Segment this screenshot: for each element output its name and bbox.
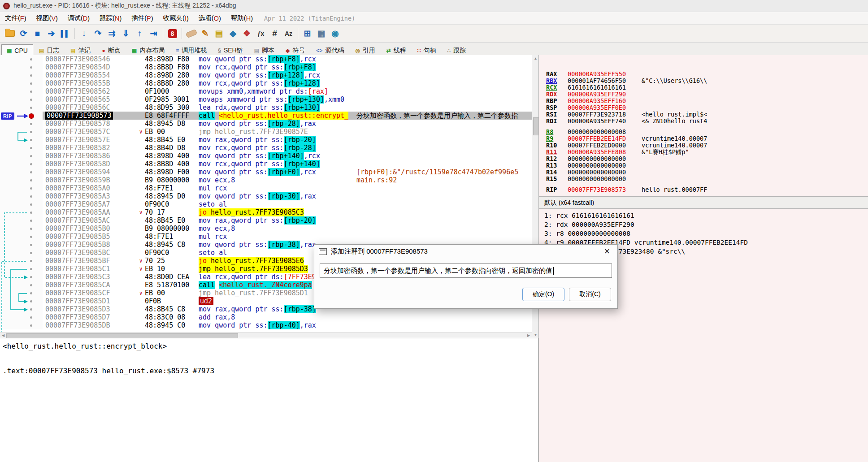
tab-symbols[interactable]: ◆符号 [280, 44, 310, 56]
gutter-dot[interactable] [0, 63, 43, 71]
comment-input[interactable]: 分块加密函数，第一个参数是用户输入，第二个参数指向密钥，返回加密的值 [320, 263, 612, 278]
comment-icon[interactable]: ✎ [198, 27, 212, 40]
register-row-r11[interactable]: R11000000A935EFE808&"L赛H桂$P鳝p" [539, 149, 868, 155]
gutter-dot[interactable] [0, 249, 43, 257]
patch-icon[interactable] [184, 27, 198, 40]
disasm-row[interactable]: 00007FF73E90858248:8B4D D8mov rcx,qword … [0, 144, 532, 152]
favourites-icon[interactable]: ❖ [240, 27, 254, 40]
register-row-rbx[interactable]: RBX000001AF74656F50&"C:\\Users\\G16\\ [539, 78, 868, 84]
gutter-dot[interactable] [0, 208, 43, 216]
tab-breakpoints[interactable]: ●断点 [97, 44, 126, 56]
disasm-row[interactable]: 00007FF73E90855B48:8B8D 280mov rcx,qword… [0, 79, 532, 87]
run-to-cursor-icon[interactable]: ⇥ [147, 27, 161, 40]
step-into-icon[interactable]: ↓ [77, 27, 91, 40]
register-row-r13[interactable]: R130000000000000000 [539, 162, 868, 169]
pause-icon[interactable]: ▌▌ [58, 27, 72, 40]
tab-memory-map[interactable]: ▦内存布局 [126, 44, 170, 56]
gutter-dot[interactable] [0, 281, 43, 289]
functions-icon[interactable]: ƒx [254, 27, 268, 40]
gutter-dot[interactable] [0, 168, 43, 176]
disasm-row[interactable]: 00007FF73E908573E8 68F4FFFFcall <hello_r… [0, 112, 532, 120]
menu-favourites[interactable]: 收藏夹(I) [158, 12, 194, 24]
gutter-dot[interactable] [0, 55, 43, 63]
menu-debug[interactable]: 调试(D) [63, 12, 95, 24]
step-over-icon[interactable]: ↷ [91, 27, 105, 40]
register-row-r10[interactable]: R1000007FFEB2ED0000vcruntime140.00007 [539, 142, 868, 149]
scylla-icon[interactable]: 8 [165, 27, 179, 40]
argument-row[interactable]: 2: rdx 000000A935EFF290 [539, 220, 868, 229]
gutter-dot[interactable] [0, 233, 43, 241]
preferences-icon[interactable]: ⊞ [300, 27, 314, 40]
disasm-row[interactable]: 00007FF73E90856C48:8D95 300lea rdx,qword… [0, 104, 532, 112]
register-row-r12[interactable]: R120000000000000000 [539, 155, 868, 162]
gutter-dot[interactable] [0, 71, 43, 79]
help-icon[interactable]: ◉ [328, 27, 342, 40]
open-file-icon[interactable] [3, 27, 17, 40]
restart-icon[interactable]: ⟳ [17, 27, 30, 40]
disasm-row[interactable]: 00007FF73E90857848:8945 D8mov qword ptr … [0, 120, 532, 128]
disasm-row[interactable]: 00007FF73E90854648:898D F80mov qword ptr… [0, 55, 532, 63]
gutter-dot[interactable] [0, 120, 43, 128]
gutter-dot[interactable] [0, 192, 43, 200]
menu-view[interactable]: 视图(V) [31, 12, 63, 24]
run-icon[interactable]: ➔ [44, 27, 58, 40]
disasm-horizontal-scrollbar[interactable]: ◀ ▶ [0, 332, 532, 338]
notes-icon[interactable]: ▤ [212, 27, 226, 40]
menu-help[interactable]: 帮助(H) [226, 12, 258, 24]
disasm-row[interactable]: 00007FF73E9085B548:F7E1mul rcx [0, 233, 532, 241]
gutter-dot[interactable] [0, 104, 43, 112]
disasm-row[interactable]: 00007FF73E90859448:898D F00mov qword ptr… [0, 168, 532, 176]
disasm-row[interactable]: 00007FF73E90855448:898D 280mov qword ptr… [0, 71, 532, 79]
execute-till-return-icon[interactable]: ⇉ [105, 27, 119, 40]
argument-row[interactable]: 1: rcx 6161616161616161 [539, 211, 868, 220]
tab-source[interactable]: <>源代码 [311, 44, 349, 56]
scroll-down-arrow[interactable]: ▼ [532, 332, 539, 338]
disasm-row[interactable]: 00007FF73E9085AA∨70 17jo hello_rust.7FF7… [0, 208, 532, 216]
step-down-icon[interactable]: ⇓ [119, 27, 133, 40]
gutter-dot[interactable] [0, 200, 43, 208]
register-row-r9[interactable]: R900007FFEB2EE14FDvcruntime140.00007 [539, 135, 868, 142]
tab-handles[interactable]: ∷句柄 [412, 44, 442, 56]
tab-trace[interactable]: ∴跟踪 [442, 44, 471, 56]
tab-seh-chain[interactable]: §SEH链 [213, 44, 248, 56]
gutter-dot[interactable] [0, 128, 43, 136]
register-row-rsi[interactable]: RSI00007FF73E923718<hello_rust.impl$< [539, 111, 868, 118]
gutter-dot[interactable] [0, 305, 43, 313]
register-row-rdi[interactable]: RDI000000A935EFF740<&_ZN10hello_rust4 [539, 118, 868, 125]
dialog-close-button[interactable]: × [600, 245, 614, 258]
gutter-dot[interactable] [0, 273, 43, 281]
scroll-up-arrow[interactable]: ▲ [532, 55, 539, 61]
disasm-row[interactable]: 00007FF73E90859BB9 08000000mov ecx,8main… [0, 176, 532, 184]
register-row-r15[interactable]: R150000000000000000 [539, 176, 868, 182]
disasm-row[interactable]: 00007FF73E90858D48:8B8D 400mov rcx,qword… [0, 160, 532, 168]
gutter-dot[interactable] [0, 257, 43, 265]
disasm-row[interactable]: 00007FF73E90854D48:8B8D F80mov rcx,qword… [0, 63, 532, 71]
register-row-rcx[interactable]: RCX6161616161616161 [539, 84, 868, 91]
tab-cpu[interactable]: ▦CPU [1, 44, 33, 56]
gutter-dot[interactable] [0, 321, 43, 329]
menu-options[interactable]: 选项(O) [194, 12, 226, 24]
gutter-dot[interactable] [0, 79, 43, 87]
modules-icon[interactable]: ◆ [226, 27, 240, 40]
gutter-dot[interactable] [0, 160, 43, 168]
disasm-row[interactable]: 00007FF73E9085B0B9 08000000mov ecx,8 [0, 225, 532, 233]
register-row-rsp[interactable]: RSP000000A935EFF0E0 [539, 104, 868, 111]
gutter-dot[interactable] [0, 225, 43, 233]
tab-threads[interactable]: ⇄线程 [381, 44, 412, 56]
gutter-dot[interactable] [0, 297, 43, 305]
disasm-row[interactable]: 00007FF73E9085A70F90C0seto al [0, 200, 532, 208]
gutter-dot[interactable] [0, 289, 43, 297]
disasm-row[interactable]: 00007FF73E9085650F2985 3001movaps xmmwor… [0, 95, 532, 104]
cancel-button[interactable]: 取消(C) [569, 288, 611, 301]
disasm-row[interactable]: 00007FF73E9085D748:83C0 08add rax,8 [0, 313, 532, 321]
disasm-row[interactable]: 00007FF73E9085620F1000movups xmm0,xmmwor… [0, 87, 532, 95]
register-row-rax[interactable]: RAX000000A935EFF550 [539, 71, 868, 78]
ok-button[interactable]: 确定(O) [522, 288, 564, 301]
tab-call-stack[interactable]: ≡调用堆栈 [170, 44, 212, 56]
gutter-dot[interactable] [0, 136, 43, 144]
gutter-dot[interactable] [0, 176, 43, 184]
gutter-dot[interactable] [0, 87, 43, 95]
register-row-rdx[interactable]: RDX000000A935EFF290 [539, 91, 868, 98]
register-row-r8[interactable]: R80000000000000008 [539, 129, 868, 135]
disasm-row[interactable]: 00007FF73E9085A048:F7E1mul rcx [0, 184, 532, 192]
